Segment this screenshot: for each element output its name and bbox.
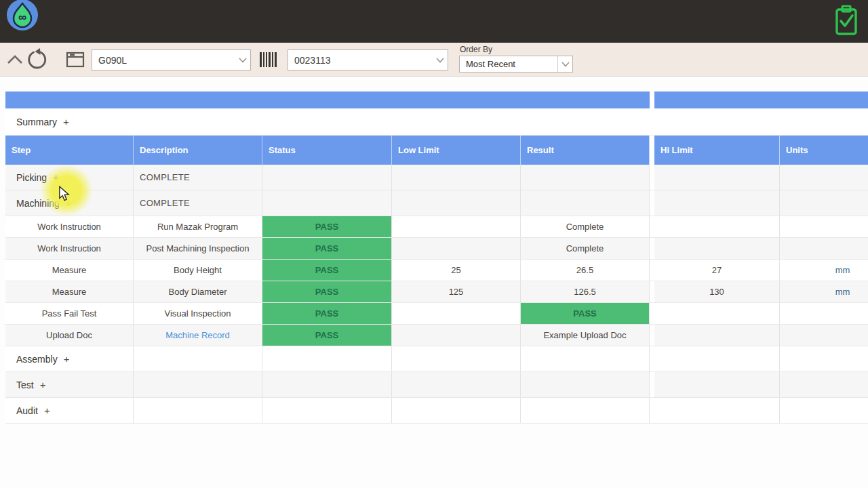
units-cell <box>780 190 868 216</box>
units-cell <box>780 398 868 423</box>
table-top-band <box>5 92 868 108</box>
app-titlebar: ∞ <box>0 0 868 43</box>
table-row: Upload DocMachine RecordPASSExample Uplo… <box>5 325 868 346</box>
status-cell: PASS <box>262 260 392 281</box>
table-row: Pass Fail TestVisual InspectionPASSPASS <box>5 303 868 325</box>
step-cell: Work Instruction <box>5 216 134 237</box>
units-cell: mm <box>780 281 868 302</box>
chevron-down-icon[interactable] <box>235 50 250 70</box>
units-cell <box>780 346 868 371</box>
status-cell: PASS <box>262 216 392 237</box>
hi-limit-cell <box>654 303 780 324</box>
frozen-pane-gap <box>650 216 654 237</box>
table-row[interactable]: Machining+COMPLETE <box>5 190 868 216</box>
result-cell <box>521 372 650 397</box>
order-by-value: Most Recent <box>460 59 557 69</box>
low-limit-cell <box>392 346 521 371</box>
table-row[interactable]: Picking+COMPLETE <box>5 165 868 190</box>
step-cell[interactable]: Machining+ <box>5 190 134 216</box>
table-row[interactable]: Test+ <box>5 372 868 398</box>
step-cell[interactable]: Audit+ <box>5 398 134 423</box>
low-limit-cell: 125 <box>392 281 521 302</box>
status-cell <box>262 165 392 190</box>
units-cell <box>780 325 868 346</box>
storage-box-icon[interactable] <box>62 43 88 77</box>
status-cell: PASS <box>262 325 392 346</box>
hi-limit-cell <box>654 165 780 190</box>
table-row: MeasureBody HeightPASS2526.527mm <box>5 260 868 281</box>
description-cell: COMPLETE <box>134 190 262 216</box>
chevron-down-icon[interactable] <box>557 56 572 72</box>
table-row: Work InstructionPost Machining Inspectio… <box>5 238 868 260</box>
step-cell[interactable]: Picking+ <box>5 165 134 190</box>
frozen-pane-gap <box>650 190 654 216</box>
summary-group-row[interactable]: Summary + <box>5 108 868 136</box>
result-cell <box>521 346 650 371</box>
step-label: Assembly <box>16 354 58 365</box>
frozen-pane-gap <box>650 303 654 324</box>
units-cell <box>780 303 868 324</box>
result-cell <box>521 190 650 216</box>
order-by-select[interactable]: Most Recent <box>459 56 573 73</box>
collapse-up-icon[interactable] <box>4 43 26 77</box>
description-cell <box>134 372 262 397</box>
step-label: Test <box>16 380 34 390</box>
frozen-pane-gap <box>650 372 654 397</box>
status-cell <box>262 346 392 371</box>
barcode-icon <box>258 43 282 77</box>
table-row[interactable]: Audit+ <box>5 398 868 424</box>
serial-number-select[interactable]: 0023113 <box>288 49 448 70</box>
refresh-icon[interactable] <box>24 43 49 77</box>
part-number-select[interactable]: G090L <box>92 49 251 70</box>
step-label: Work Instruction <box>37 243 101 253</box>
frozen-pane-gap <box>650 260 654 281</box>
hi-limit-cell <box>654 398 780 423</box>
hi-limit-cell <box>654 238 780 259</box>
status-cell: PASS <box>262 238 392 259</box>
col-header-status: Status <box>262 136 392 165</box>
expand-plus-icon[interactable]: + <box>64 353 70 365</box>
units-cell <box>780 165 868 190</box>
status-cell: PASS <box>262 281 392 302</box>
summary-label: Summary <box>16 117 57 127</box>
hi-limit-cell <box>654 346 780 371</box>
status-cell <box>262 372 392 397</box>
table-row: MeasureBody DiameterPASS125126.5130mm <box>5 281 868 303</box>
col-header-step: Step <box>5 136 134 165</box>
step-label: Machining <box>16 198 60 209</box>
description-link[interactable]: Machine Record <box>134 325 262 346</box>
description-cell: Run Mazak Program <box>134 216 262 237</box>
app-logo-icon: ∞ <box>6 0 39 31</box>
low-limit-cell <box>392 303 521 324</box>
expand-plus-icon[interactable]: + <box>40 379 46 390</box>
status-cell <box>262 190 392 216</box>
expand-plus-icon[interactable]: + <box>66 197 72 209</box>
chevron-down-icon[interactable] <box>433 50 448 70</box>
description-cell <box>134 398 262 423</box>
status-cell: PASS <box>262 303 392 324</box>
step-label: Upload Doc <box>46 330 92 340</box>
table-header-row: Step Description Status Low Limit Result… <box>5 136 868 165</box>
step-cell[interactable]: Test+ <box>5 372 134 397</box>
description-cell <box>134 346 262 371</box>
result-cell <box>521 165 650 190</box>
step-cell[interactable]: Assembly+ <box>5 346 134 371</box>
expand-plus-icon[interactable]: + <box>63 116 69 127</box>
result-cell: Complete <box>521 216 650 237</box>
low-limit-cell <box>392 216 521 237</box>
hi-limit-cell <box>654 190 780 216</box>
units-cell: mm <box>780 260 868 281</box>
table-row[interactable]: Assembly+ <box>5 346 868 372</box>
expand-plus-icon[interactable]: + <box>53 171 59 183</box>
hi-limit-cell: 130 <box>654 281 780 302</box>
result-cell: Complete <box>521 238 650 259</box>
units-cell <box>780 238 868 259</box>
step-label: Picking <box>16 172 47 183</box>
expand-plus-icon[interactable]: + <box>44 405 50 416</box>
low-limit-cell <box>392 165 521 190</box>
clipboard-check-icon[interactable] <box>831 4 861 37</box>
step-cell: Upload Doc <box>5 325 134 346</box>
step-cell: Measure <box>5 281 134 302</box>
frozen-pane-gap <box>650 398 654 423</box>
step-cell: Work Instruction <box>5 238 134 259</box>
